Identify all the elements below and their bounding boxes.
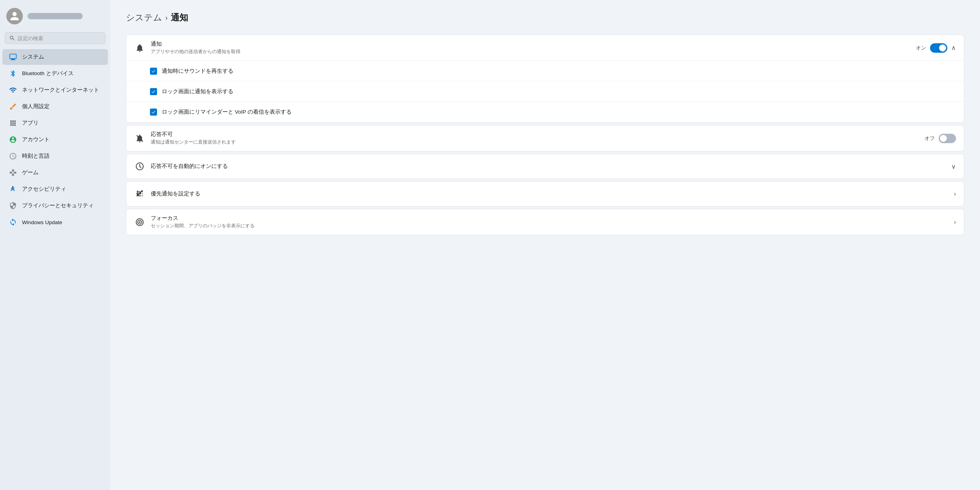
focus-card: フォーカス セッション期間、アプリのバッジを非表示にする › [126,209,964,235]
sidebar-item-system[interactable]: システム [2,49,108,65]
auto-dnd-right: ∨ [951,163,956,170]
dnd-controls: オフ [925,134,956,143]
checkbox-lock-screen[interactable] [150,88,157,95]
system-icon [9,53,17,61]
sidebar-item-network[interactable]: ネットワークとインターネット [2,82,108,98]
auto-dnd-title: 応答不可を自動的にオンにする [151,163,946,170]
dnd-card: 応答不可 通知は通知センターに直接送信されます オフ [126,125,964,151]
toggle-thumb-dnd [940,135,947,142]
notifications-text: 通知 アプリやその他の送信者からの通知を取得 [151,41,910,55]
sidebar-item-accounts[interactable]: アカウント [2,132,108,147]
breadcrumb-separator: › [165,14,168,22]
checkbox-row-sound[interactable]: 通知時にサウンドを再生する [126,61,964,81]
notification-icon [134,42,145,53]
user-name [28,13,83,19]
sidebar-item-label-accounts: アカウント [22,136,50,143]
notifications-subtitle: アプリやその他の送信者からの通知を取得 [151,48,910,55]
search-box[interactable] [5,32,105,44]
dnd-row[interactable]: 応答不可 通知は通知センターに直接送信されます オフ [126,125,964,151]
sidebar: システム Bluetooth とデバイス ネットワークとインターネット 個人用設… [0,0,110,490]
svg-rect-2 [11,60,15,60]
focus-title: フォーカス [151,215,949,222]
privacy-icon [9,201,17,210]
notifications-toggle[interactable] [930,43,947,53]
sidebar-item-time[interactable]: 時刻と言語 [2,148,108,164]
checkbox-lock-screen-reminder[interactable] [150,109,157,116]
sidebar-item-label-personalization: 個人用設定 [22,103,50,110]
sidebar-item-accessibility[interactable]: アクセシビリティ [2,181,108,197]
checkbox-row-lock-screen[interactable]: ロック画面に通知を表示する [126,81,964,102]
focus-text: フォーカス セッション期間、アプリのバッジを非表示にする [151,215,949,229]
checkbox-label-sound: 通知時にサウンドを再生する [162,68,233,75]
priority-row[interactable]: 優先通知を設定する › [126,182,964,206]
checkbox-label-lock-screen: ロック画面に通知を表示する [162,88,233,95]
focus-row[interactable]: フォーカス セッション期間、アプリのバッジを非表示にする › [126,209,964,235]
sidebar-item-gaming[interactable]: ゲーム [2,165,108,181]
priority-text: 優先通知を設定する [151,190,949,197]
notifications-card: 通知 アプリやその他の送信者からの通知を取得 オン ∧ 通知時にサウンドを再生す… [126,35,964,123]
user-icon [9,11,20,21]
focus-right: › [954,219,956,226]
main-content: システム › 通知 通知 アプリやその他の送信者からの通知を取得 オン ∧ [110,0,980,490]
svg-point-9 [139,222,140,223]
priority-card: 優先通知を設定する › [126,181,964,206]
notifications-controls: オン ∧ [916,43,956,53]
focus-subtitle: セッション期間、アプリのバッジを非表示にする [151,223,949,229]
search-icon [9,35,15,41]
sidebar-item-label-accessibility: アクセシビリティ [22,186,66,193]
notifications-chevron[interactable]: ∧ [951,44,956,52]
time-icon [9,152,17,160]
sidebar-item-windows-update[interactable]: Windows Update [2,214,108,230]
avatar [6,8,23,24]
accessibility-icon [9,185,17,193]
accounts-icon [9,135,17,144]
gaming-icon [9,168,17,177]
sidebar-item-apps[interactable]: アプリ [2,115,108,131]
update-icon [9,218,17,227]
dnd-title: 応答不可 [151,131,919,138]
search-input[interactable] [18,35,101,41]
priority-title: 優先通知を設定する [151,190,949,197]
checkbox-row-lock-screen-reminder[interactable]: ロック画面にリマインダーと VoIP の着信を表示する [126,102,964,122]
checkbox-sound[interactable] [150,68,157,75]
svg-point-6 [142,191,142,192]
sidebar-item-label-network: ネットワークとインターネット [22,87,99,94]
auto-dnd-text: 応答不可を自動的にオンにする [151,163,946,170]
focus-icon [134,217,145,228]
breadcrumb-current: 通知 [171,12,188,24]
toggle-thumb [939,44,946,52]
auto-dnd-row[interactable]: 応答不可を自動的にオンにする ∨ [126,154,964,179]
sidebar-item-label-privacy: プライバシーとセキュリティ [22,202,94,209]
sidebar-item-label-time: 時刻と言語 [22,153,50,160]
sidebar-item-label-system: システム [22,53,44,61]
sidebar-item-label-windows-update: Windows Update [22,219,62,225]
auto-dnd-icon [134,161,145,172]
dnd-toggle-label: オフ [925,135,935,142]
dnd-text: 応答不可 通知は通知センターに直接送信されます [151,131,919,146]
sidebar-item-label-apps: アプリ [22,120,39,127]
sidebar-item-bluetooth[interactable]: Bluetooth とデバイス [2,66,108,81]
sidebar-item-personalization[interactable]: 個人用設定 [2,99,108,114]
priority-right: › [954,190,956,197]
svg-rect-0 [10,54,17,59]
auto-dnd-chevron[interactable]: ∨ [951,163,956,170]
notifications-row[interactable]: 通知 アプリやその他の送信者からの通知を取得 オン ∧ [126,35,964,61]
dnd-toggle[interactable] [939,134,956,143]
dnd-subtitle: 通知は通知センターに直接送信されます [151,139,919,146]
focus-arrow[interactable]: › [954,219,956,226]
apps-icon [9,119,17,127]
breadcrumb: システム › 通知 [126,12,964,24]
checkbox-label-lock-screen-reminder: ロック画面にリマインダーと VoIP の着信を表示する [162,109,292,116]
dnd-icon [134,133,145,144]
notifications-title: 通知 [151,41,910,48]
user-profile [0,0,110,31]
breadcrumb-parent: システム [126,12,162,24]
priority-icon [134,188,145,199]
svg-rect-1 [11,59,15,60]
priority-arrow[interactable]: › [954,190,956,197]
sidebar-item-privacy[interactable]: プライバシーとセキュリティ [2,198,108,214]
notifications-toggle-label: オン [916,44,926,52]
auto-dnd-card: 応答不可を自動的にオンにする ∨ [126,154,964,179]
sidebar-item-label-bluetooth: Bluetooth とデバイス [22,70,74,77]
sidebar-item-label-gaming: ゲーム [22,169,39,176]
